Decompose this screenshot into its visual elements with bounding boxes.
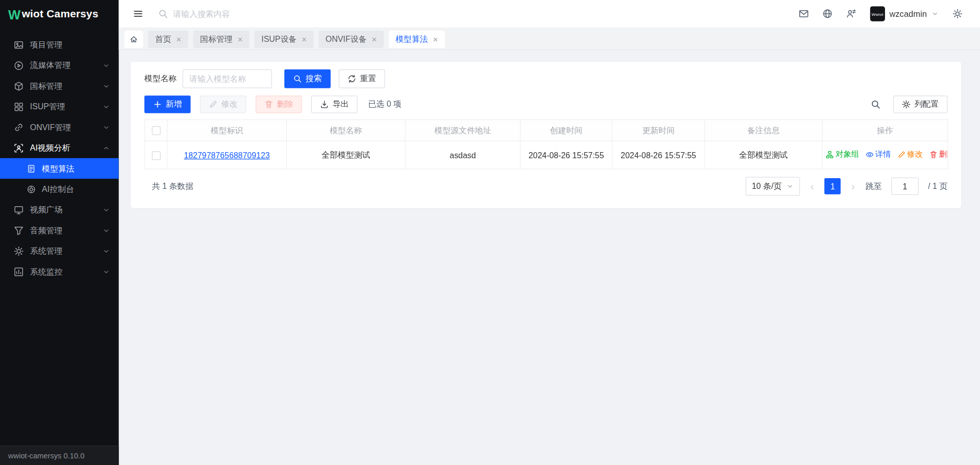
sidebar-item-streaming-media[interactable]: 流媒体管理: [0, 55, 119, 76]
pagination-bar: 共 1 条数据 10 条/页 ‹ 1 › 跳至 / 1 页: [144, 177, 947, 196]
sidebar-item-video-plaza[interactable]: 视频广场: [0, 200, 119, 220]
media-icon: [14, 60, 24, 70]
cell-actions: 对象组 详情 修改 删除: [822, 141, 948, 169]
tab-label: 首页: [155, 34, 172, 45]
plus-icon: [153, 100, 162, 109]
global-search: [158, 9, 280, 19]
sidebar-item-system-monitoring[interactable]: 系统监控: [0, 261, 119, 282]
close-icon[interactable]: ×: [302, 35, 307, 43]
gear-icon: [14, 246, 24, 256]
sidebar-item-ai-video-analysis[interactable]: AI视频分析: [0, 137, 119, 158]
pencil-icon: [209, 100, 217, 109]
search-button[interactable]: 搜索: [284, 69, 331, 88]
edit-button[interactable]: 修改: [200, 95, 247, 113]
brand-name: wiot Camersys: [22, 8, 99, 20]
column-config-button[interactable]: 列配置: [893, 95, 948, 113]
select-all-checkbox[interactable]: [152, 127, 160, 135]
username: wzcadmin: [889, 9, 927, 18]
chevron-up-icon: [103, 144, 110, 152]
prev-page-button[interactable]: ‹: [809, 181, 815, 191]
top-header: Wwiot wzcadmin: [119, 0, 980, 28]
sidebar-item-label: 视频广场: [30, 204, 63, 215]
close-icon[interactable]: ×: [433, 35, 438, 43]
detail-action[interactable]: 详情: [865, 150, 891, 160]
tab-model-algorithm[interactable]: 模型算法 ×: [388, 30, 445, 47]
sidebar-item-project-management[interactable]: 项目管理: [0, 34, 119, 55]
sidebar-subitem-ai-console[interactable]: AI控制台: [0, 179, 119, 199]
sidebar-item-label: ONVIF管理: [30, 121, 71, 133]
mail-icon[interactable]: [799, 9, 809, 19]
sidebar-subitem-model-algorithm[interactable]: 模型算法: [0, 158, 119, 179]
table-header-row: 模型标识 模型名称 模型源文件地址 创建时间 更新时间 备注信息 操作: [144, 119, 947, 141]
row-delete-action[interactable]: 删除: [929, 150, 948, 160]
close-icon[interactable]: ×: [372, 35, 377, 43]
next-page-button[interactable]: ›: [850, 181, 856, 191]
user-menu[interactable]: Wwiot wzcadmin: [870, 6, 939, 21]
tab-home-page[interactable]: 首页 ×: [148, 30, 188, 47]
column-config-label: 列配置: [914, 99, 939, 110]
download-icon: [320, 100, 329, 109]
add-button[interactable]: 新增: [144, 95, 191, 113]
chevron-down-icon: [103, 247, 110, 255]
main-area: Wwiot wzcadmin 首页 × 国标管理 × ISUP设备 ×: [119, 0, 980, 465]
global-search-input[interactable]: [173, 9, 279, 18]
link-icon: [14, 122, 24, 132]
sidebar-item-label: 国标管理: [30, 80, 63, 91]
object-group-label: 对象组: [836, 150, 859, 160]
sidebar-item-isup-management[interactable]: ISUP管理: [0, 96, 119, 117]
row-edit-label: 修改: [907, 150, 923, 160]
tab-onvif-device[interactable]: ONVIF设备 ×: [318, 30, 383, 47]
sidebar-item-system-management[interactable]: 系统管理: [0, 240, 119, 261]
model-id-link[interactable]: 1827978765688709123: [184, 150, 270, 159]
tab-gb-management[interactable]: 国标管理 ×: [193, 30, 250, 47]
page-content: 模型名称 搜索 重置 新增: [119, 50, 980, 465]
page-1-button[interactable]: 1: [824, 178, 841, 194]
ai-video-icon: [14, 143, 24, 153]
chevron-down-icon: [103, 103, 110, 110]
chevron-down-icon: [103, 62, 110, 69]
jump-to-label: 跳至: [866, 181, 882, 192]
sidebar-item-audio-management[interactable]: 音频管理: [0, 220, 119, 240]
reset-button[interactable]: 重置: [339, 69, 385, 88]
cell-source-path: asdasd: [405, 141, 520, 169]
delete-button[interactable]: 删除: [256, 95, 302, 113]
row-edit-action[interactable]: 修改: [897, 150, 923, 160]
col-model-id: 模型标识: [167, 119, 287, 141]
col-source-path: 模型源文件地址: [405, 119, 520, 141]
group-icon: [826, 151, 834, 159]
row-checkbox[interactable]: [152, 151, 160, 160]
chevron-down-icon: [103, 268, 110, 276]
add-button-label: 新增: [165, 99, 182, 110]
language-globe-icon[interactable]: [822, 9, 832, 19]
user-switch-icon[interactable]: [846, 9, 856, 19]
close-icon[interactable]: ×: [238, 35, 243, 43]
menu-toggle-icon[interactable]: [133, 9, 143, 19]
table-search-icon[interactable]: [871, 100, 881, 110]
funnel-icon: [14, 225, 24, 235]
tab-isup-device[interactable]: ISUP设备 ×: [255, 30, 314, 47]
settings-gear-icon[interactable]: [952, 9, 963, 19]
table-row: 1827978765688709123 全部模型测试 asdasd 2024-0…: [144, 141, 947, 169]
sidebar-item-onvif-management[interactable]: ONVIF管理: [0, 117, 119, 137]
jump-page-input[interactable]: [891, 178, 919, 195]
tab-bar: 首页 × 国标管理 × ISUP设备 × ONVIF设备 × 模型算法 ×: [119, 28, 980, 50]
page-size-select[interactable]: 10 条/页: [746, 177, 800, 196]
data-table: 模型标识 模型名称 模型源文件地址 创建时间 更新时间 备注信息 操作 182: [144, 119, 948, 169]
delete-button-label: 删除: [277, 99, 293, 110]
model-name-label: 模型名称: [144, 73, 177, 84]
sidebar-item-gb-management[interactable]: 国标管理: [0, 76, 119, 96]
row-delete-label: 删除: [939, 150, 948, 160]
page-size-value: 10 条/页: [752, 181, 781, 192]
sidebar-menu: 项目管理 流媒体管理 国标管理 ISUP管理 ONVIF管理: [0, 29, 119, 446]
tab-home[interactable]: [125, 30, 143, 47]
export-button[interactable]: 导出: [311, 95, 358, 113]
cube-icon: [14, 81, 24, 91]
sidebar-item-label: 系统管理: [30, 246, 63, 257]
cell-model-name: 全部模型测试: [286, 141, 405, 169]
trash-icon: [264, 100, 273, 109]
col-created-time: 创建时间: [520, 119, 612, 141]
model-name-input[interactable]: [183, 69, 272, 88]
close-icon[interactable]: ×: [176, 35, 181, 43]
object-group-action[interactable]: 对象组: [826, 150, 860, 160]
home-icon: [129, 35, 138, 43]
